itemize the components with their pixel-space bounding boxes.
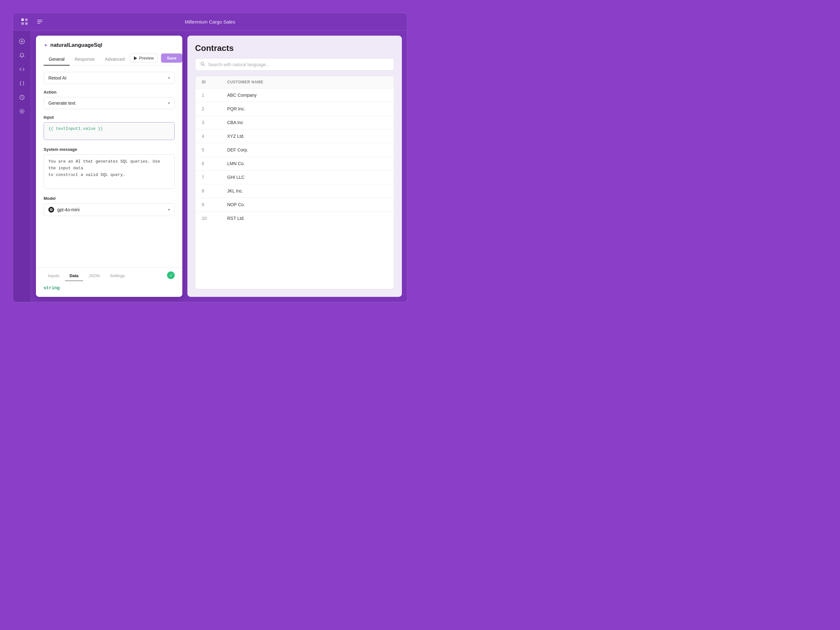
sparkle-icon: ✦ <box>44 42 48 48</box>
table-row[interactable]: 3 CBA Inc <box>195 116 394 129</box>
model-name: gpt-4o-mini <box>57 207 165 212</box>
system-message-label: System message <box>44 147 175 152</box>
sidebar-item-bell[interactable] <box>16 50 28 61</box>
contracts-title: Contracts <box>195 43 394 53</box>
table-row[interactable]: 1 ABC Company <box>195 88 394 102</box>
cell-id: 2 <box>202 106 227 111</box>
sidebar-item-history[interactable] <box>16 92 28 103</box>
panel-area: ✦ naturalLanguageSql General Response Ad… <box>31 30 407 302</box>
table-row[interactable]: 6 LMN Co. <box>195 157 394 171</box>
model-label: Model <box>44 196 175 201</box>
sidebar-item-settings[interactable] <box>16 106 28 117</box>
input-field[interactable]: {{ textInput1.value }} <box>44 122 175 140</box>
save-button[interactable]: Save <box>161 54 182 63</box>
cell-customer-name: GHI LLC <box>227 175 388 180</box>
system-message-section: System message You are an AI that genera… <box>44 147 175 190</box>
table-row[interactable]: 4 XYZ Ltd. <box>195 129 394 143</box>
svg-rect-4 <box>37 20 42 21</box>
sidebar-item-code[interactable] <box>16 64 28 75</box>
svg-rect-6 <box>37 23 40 24</box>
title-bar: Millennium Cargo Sales <box>13 13 407 30</box>
bottom-tab-settings[interactable]: Settings <box>105 271 129 281</box>
cell-customer-name: DEF Corp. <box>227 147 388 152</box>
table-row[interactable]: 2 PQR Inc. <box>195 102 394 116</box>
cell-id: 10 <box>202 216 227 221</box>
success-badge-icon: ✓ <box>167 272 175 279</box>
sidebar-toggle-icon[interactable] <box>35 17 45 27</box>
cell-customer-name: NOP Co. <box>227 202 388 207</box>
search-bar[interactable]: Search with natural language... <box>195 58 394 71</box>
bottom-tabs-left: Inputs Data JSON Settings <box>44 271 129 281</box>
cell-id: 5 <box>202 147 227 152</box>
app-title: Millennium Cargo Sales <box>185 19 235 25</box>
tab-response[interactable]: Response <box>69 54 100 66</box>
model-select[interactable]: gpt-4o-mini ▾ <box>44 203 175 216</box>
sidebar-item-add[interactable] <box>16 36 28 47</box>
svg-point-14 <box>51 209 52 210</box>
svg-marker-12 <box>134 56 137 60</box>
bottom-tab-data[interactable]: Data <box>65 271 83 281</box>
resource-select[interactable]: Retool AI ▾ <box>44 72 175 84</box>
bottom-tabs-row: Inputs Data JSON Settings ✓ <box>44 268 175 281</box>
data-output: string <box>36 281 182 297</box>
query-panel-body: Retool AI ▾ Action Generate text ▾ <box>36 66 182 267</box>
action-label: Action <box>44 90 175 95</box>
system-message-field[interactable]: You are an AI that generates SQL queries… <box>44 154 175 189</box>
header-customer-name: Customer name <box>227 80 388 84</box>
tabs-left: General Response Advanced <box>44 54 130 65</box>
query-title-row: ✦ naturalLanguageSql <box>44 42 175 48</box>
tab-advanced[interactable]: Advanced <box>100 54 130 66</box>
header-id: ID <box>202 80 227 84</box>
table-row[interactable]: 9 NOP Co. <box>195 198 394 212</box>
svg-point-11 <box>21 111 23 112</box>
bottom-tab-json[interactable]: JSON <box>84 271 104 281</box>
cell-id: 4 <box>202 134 227 139</box>
query-panel: ✦ naturalLanguageSql General Response Ad… <box>36 36 182 297</box>
action-section: Action Generate text ▾ <box>44 90 175 109</box>
model-section: Model gpt-4o-mini ▾ <box>44 196 175 216</box>
cell-id: 9 <box>202 202 227 207</box>
cell-customer-name: PQR Inc. <box>227 106 388 111</box>
cell-customer-name: LMN Co. <box>227 161 388 166</box>
openai-logo-icon <box>48 207 54 213</box>
contracts-table: ID Customer name 1 ABC Company 2 PQR Inc… <box>195 76 394 289</box>
search-icon <box>201 62 205 67</box>
cell-id: 7 <box>202 175 227 180</box>
svg-rect-2 <box>21 22 24 25</box>
app-preview-inner: Contracts Search with natural language..… <box>188 36 402 297</box>
title-bar-left <box>19 17 45 27</box>
action-select[interactable]: Generate text ▾ <box>44 97 175 109</box>
cell-id: 3 <box>202 120 227 125</box>
resource-chevron-icon: ▾ <box>168 76 170 80</box>
cell-id: 8 <box>202 188 227 193</box>
cell-id: 1 <box>202 93 227 98</box>
table-row[interactable]: 10 RST Ltd. <box>195 212 394 225</box>
input-section: Input {{ textInput1.value }} <box>44 115 175 141</box>
model-chevron-icon: ▾ <box>168 207 170 212</box>
cell-customer-name: JKL Inc. <box>227 188 388 193</box>
app-preview: Contracts Search with natural language..… <box>188 36 402 297</box>
svg-rect-3 <box>25 22 28 25</box>
cell-id: 6 <box>202 161 227 166</box>
table-body: 1 ABC Company 2 PQR Inc. 3 CBA Inc 4 XYZ… <box>195 88 394 225</box>
tabs-right: Preview Save <box>130 54 182 65</box>
table-row[interactable]: 7 GHI LLC <box>195 171 394 184</box>
app-window: Millennium Cargo Sales <box>13 13 407 302</box>
query-panel-header: ✦ naturalLanguageSql General Response Ad… <box>36 36 182 66</box>
preview-button[interactable]: Preview <box>130 54 158 63</box>
svg-rect-1 <box>25 19 28 21</box>
main-content: ✦ naturalLanguageSql General Response Ad… <box>13 30 407 302</box>
sidebar-item-braces[interactable] <box>16 77 28 89</box>
tabs-row: General Response Advanced Preview <box>44 54 175 66</box>
cell-customer-name: CBA Inc <box>227 120 388 125</box>
bottom-tab-inputs[interactable]: Inputs <box>44 271 64 281</box>
svg-line-16 <box>204 65 205 66</box>
input-label: Input <box>44 115 175 120</box>
action-chevron-icon: ▾ <box>168 101 170 105</box>
tab-general[interactable]: General <box>44 54 69 66</box>
table-row[interactable]: 5 DEF Corp. <box>195 143 394 157</box>
app-logo-icon[interactable] <box>19 17 30 27</box>
table-row[interactable]: 8 JKL Inc. <box>195 184 394 198</box>
svg-rect-0 <box>21 19 24 21</box>
resource-section: Retool AI ▾ <box>44 72 175 84</box>
